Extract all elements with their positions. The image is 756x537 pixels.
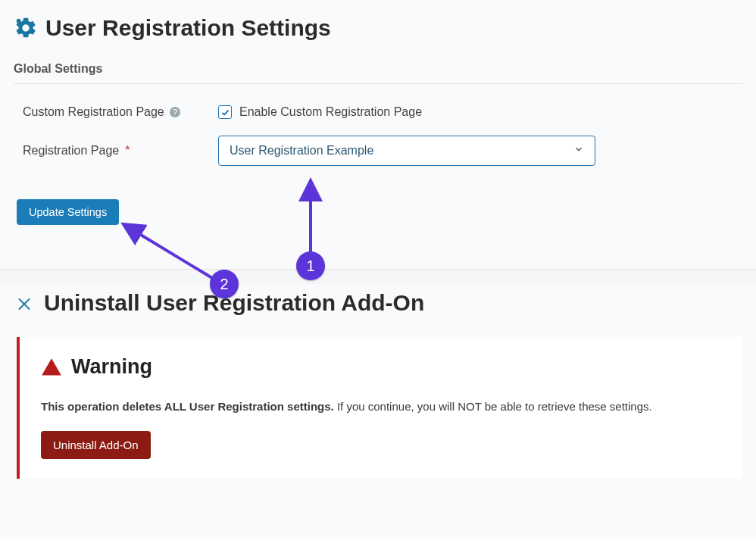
page-title-row: User Registration Settings	[14, 15, 742, 41]
required-marker: *	[125, 144, 130, 158]
checkbox-icon	[218, 105, 232, 119]
label-text: Custom Registration Page	[23, 105, 164, 119]
update-settings-button[interactable]: Update Settings	[17, 199, 119, 225]
registration-page-label: Registration Page *	[23, 144, 218, 158]
warning-heading-row: Warning	[41, 355, 721, 379]
chevron-down-icon	[573, 144, 584, 158]
warning-box: Warning This operation deletes ALL User …	[17, 337, 742, 479]
label-text: Registration Page	[23, 144, 119, 158]
warning-triangle-icon	[41, 357, 62, 378]
page-title: User Registration Settings	[45, 15, 331, 41]
registration-page-select[interactable]: User Registration Example	[218, 136, 595, 166]
warning-text-bold: This operation deletes ALL User Registra…	[41, 400, 334, 413]
warning-text: This operation deletes ALL User Registra…	[41, 398, 721, 416]
help-icon[interactable]: ?	[169, 106, 181, 118]
uninstall-title: Uninstall User Registration Add-On	[44, 290, 424, 316]
warning-heading: Warning	[71, 355, 152, 379]
warning-text-rest: If you continue, you will NOT be able to…	[334, 400, 652, 413]
checkbox-label: Enable Custom Registration Page	[239, 105, 422, 119]
uninstall-addon-button[interactable]: Uninstall Add-On	[41, 431, 151, 459]
svg-point-0	[17, 19, 21, 23]
global-settings-header: Global Settings	[14, 62, 742, 84]
gears-icon	[14, 16, 38, 40]
custom-registration-page-row: Custom Registration Page ? Enable Custom…	[14, 105, 742, 119]
svg-text:?: ?	[173, 108, 177, 117]
section-divider	[0, 269, 756, 284]
select-value: User Registration Example	[230, 144, 373, 158]
close-icon	[14, 292, 35, 314]
enable-custom-registration-checkbox[interactable]: Enable Custom Registration Page	[218, 105, 422, 119]
registration-page-row: Registration Page * User Registration Ex…	[14, 136, 742, 166]
custom-registration-page-label: Custom Registration Page ?	[23, 105, 218, 119]
uninstall-title-row: Uninstall User Registration Add-On	[14, 290, 742, 316]
